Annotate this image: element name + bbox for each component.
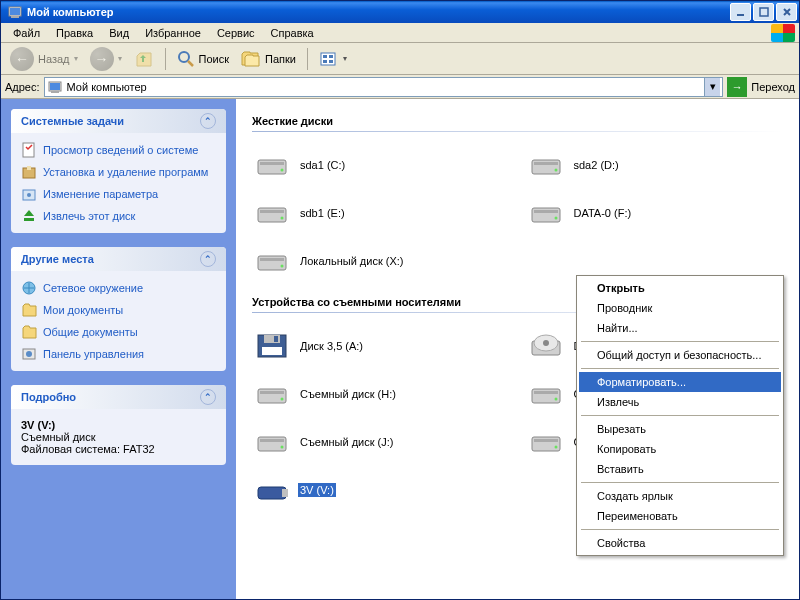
- context-menu-item[interactable]: Форматировать...: [579, 372, 781, 392]
- address-label: Адрес:: [5, 81, 40, 93]
- search-label: Поиск: [199, 53, 229, 65]
- system-tasks-header[interactable]: Системные задачи ⌃: [11, 109, 226, 133]
- task-link-eject[interactable]: Извлечь этот диск: [21, 207, 216, 225]
- hdd-grid: sda1 (C:)sdb1 (E:)Локальный диск (X:)sda…: [252, 150, 783, 276]
- folders-button[interactable]: Папки: [236, 46, 301, 72]
- svg-point-5: [179, 52, 189, 62]
- drive-item[interactable]: DATA-0 (F:): [526, 198, 784, 228]
- svg-rect-54: [534, 391, 558, 394]
- drive-item[interactable]: 3V (V:): [252, 475, 510, 505]
- back-arrow-icon: ←: [10, 47, 34, 71]
- panel-title: Подробно: [21, 391, 76, 403]
- drive-item[interactable]: Локальный диск (X:): [252, 246, 510, 276]
- back-button[interactable]: ← Назад ▾: [5, 46, 83, 72]
- folder-up-icon: [134, 49, 154, 69]
- drive-item[interactable]: Диск 3,5 (A:): [252, 331, 510, 361]
- place-link-mydocs[interactable]: Мои документы: [21, 301, 216, 319]
- computer-icon: [47, 79, 63, 95]
- svg-rect-24: [260, 162, 284, 165]
- forward-button[interactable]: → ▾: [85, 46, 127, 72]
- context-menu-item[interactable]: Создать ярлык: [579, 486, 781, 506]
- drive-item[interactable]: Съемный диск (J:): [252, 427, 510, 457]
- menu-help[interactable]: Справка: [263, 25, 322, 41]
- maximize-button[interactable]: [753, 3, 774, 21]
- menu-favorites[interactable]: Избранное: [137, 25, 209, 41]
- svg-point-34: [554, 169, 557, 172]
- svg-rect-10: [329, 60, 333, 63]
- svg-rect-49: [282, 489, 288, 497]
- context-menu-item[interactable]: Проводник: [579, 298, 781, 318]
- svg-rect-43: [260, 391, 284, 394]
- menu-tools[interactable]: Сервис: [209, 25, 263, 41]
- context-menu-item[interactable]: Копировать: [579, 439, 781, 459]
- drive-icon: [528, 200, 564, 226]
- context-menu-item[interactable]: Общий доступ и безопасность...: [579, 345, 781, 365]
- svg-rect-40: [274, 336, 278, 342]
- svg-point-22: [26, 351, 32, 357]
- place-link-shared[interactable]: Общие документы: [21, 323, 216, 341]
- menu-edit[interactable]: Правка: [48, 25, 101, 41]
- context-menu-item[interactable]: Свойства: [579, 533, 781, 553]
- task-link-sysinfo[interactable]: Просмотр сведений о системе: [21, 141, 216, 159]
- svg-rect-2: [10, 8, 20, 15]
- svg-point-47: [281, 446, 284, 449]
- window-title: Мой компьютер: [27, 6, 730, 18]
- svg-rect-12: [51, 91, 59, 93]
- menu-view[interactable]: Вид: [101, 25, 137, 41]
- svg-point-37: [554, 217, 557, 220]
- task-link-setting[interactable]: Изменение параметра: [21, 185, 216, 203]
- context-menu-item[interactable]: Переименовать: [579, 506, 781, 526]
- drive-item[interactable]: sdb1 (E:): [252, 198, 510, 228]
- context-menu-item[interactable]: Вставить: [579, 459, 781, 479]
- svg-rect-3: [737, 14, 744, 16]
- drive-icon: [254, 200, 290, 226]
- menubar: Файл Правка Вид Избранное Сервис Справка: [1, 23, 799, 43]
- setting-icon: [21, 186, 37, 202]
- address-field[interactable]: ▾: [44, 77, 724, 97]
- minimize-button[interactable]: [730, 3, 751, 21]
- svg-rect-36: [534, 210, 558, 213]
- details-header[interactable]: Подробно ⌃: [11, 385, 226, 409]
- svg-rect-33: [534, 162, 558, 165]
- eject-icon: [21, 208, 37, 224]
- svg-rect-13: [50, 83, 60, 90]
- chevron-down-icon: ▾: [74, 54, 78, 63]
- back-label: Назад: [38, 53, 70, 65]
- chevron-up-icon: ⌃: [200, 389, 216, 405]
- address-input[interactable]: [67, 81, 701, 93]
- folder-icon: [21, 302, 37, 318]
- svg-rect-1: [11, 16, 19, 18]
- drive-icon: [254, 381, 290, 407]
- drive-item[interactable]: Съемный диск (H:): [252, 379, 510, 409]
- drive-icon: [528, 429, 564, 455]
- close-button[interactable]: [776, 3, 797, 21]
- drive-label: Диск 3,5 (A:): [298, 339, 365, 353]
- svg-rect-6: [321, 53, 335, 65]
- context-menu-item[interactable]: Найти...: [579, 318, 781, 338]
- context-menu-item[interactable]: Вырезать: [579, 419, 781, 439]
- sidebar: Системные задачи ⌃ Просмотр сведений о с…: [1, 99, 236, 599]
- menu-file[interactable]: Файл: [5, 25, 48, 41]
- drive-item[interactable]: sda2 (D:): [526, 150, 784, 180]
- chevron-up-icon: ⌃: [200, 251, 216, 267]
- place-link-cpanel[interactable]: Панель управления: [21, 345, 216, 363]
- views-icon: [319, 50, 339, 68]
- panel-title: Системные задачи: [21, 115, 124, 127]
- svg-point-25: [281, 169, 284, 172]
- search-button[interactable]: Поиск: [172, 46, 234, 72]
- svg-point-52: [543, 340, 549, 346]
- place-link-network[interactable]: Сетевое окружение: [21, 279, 216, 297]
- up-button[interactable]: [129, 46, 159, 72]
- address-dropdown[interactable]: ▾: [704, 78, 720, 96]
- content-area: Системные задачи ⌃ Просмотр сведений о с…: [1, 99, 799, 599]
- task-link-addremove[interactable]: Установка и удаление программ: [21, 163, 216, 181]
- go-button[interactable]: →: [727, 77, 747, 97]
- svg-rect-19: [24, 218, 34, 221]
- context-menu-item[interactable]: Открыть: [579, 278, 781, 298]
- views-button[interactable]: ▾: [314, 46, 352, 72]
- context-menu-item[interactable]: Извлечь: [579, 392, 781, 412]
- svg-rect-41: [262, 347, 282, 355]
- other-places-header[interactable]: Другие места ⌃: [11, 247, 226, 271]
- drive-label: sda2 (D:): [572, 158, 621, 172]
- drive-item[interactable]: sda1 (C:): [252, 150, 510, 180]
